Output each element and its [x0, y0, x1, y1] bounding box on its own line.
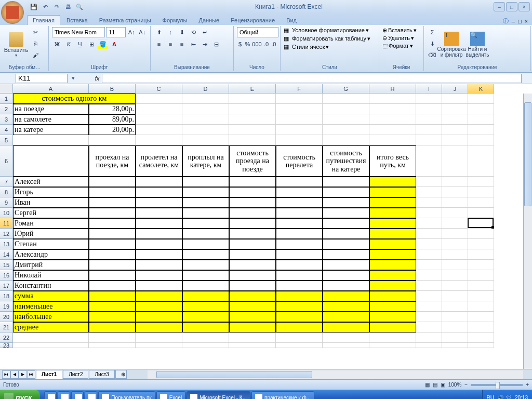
cell-F23[interactable]: [276, 343, 323, 348]
cell-E6[interactable]: стоимость проезда на поезде: [229, 145, 276, 177]
cell-J4[interactable]: [442, 125, 468, 135]
cell-A7[interactable]: Алексей: [13, 177, 89, 187]
clear-button[interactable]: ⌫: [427, 50, 437, 60]
font-size-combo[interactable]: 11: [106, 27, 126, 37]
cell-C9[interactable]: [136, 197, 182, 208]
cell-B20[interactable]: [89, 312, 136, 322]
doc-restore[interactable]: □: [518, 18, 522, 24]
delete-cells-button[interactable]: ⊖ Удалить ▾: [382, 35, 420, 42]
view-pagebreak-button[interactable]: ▣: [441, 382, 445, 388]
col-header-C[interactable]: C: [136, 84, 182, 94]
cell-A19[interactable]: наименьшее: [13, 301, 89, 312]
cell-A21[interactable]: среднее: [13, 322, 89, 332]
cell-D14[interactable]: [182, 249, 229, 260]
cell-J3[interactable]: [442, 114, 468, 125]
cell-G18[interactable]: [323, 291, 369, 301]
cell-I12[interactable]: [416, 229, 442, 239]
qat-redo[interactable]: ↷: [52, 2, 61, 11]
cell-B4[interactable]: 20,00р.: [89, 125, 136, 135]
currency-button[interactable]: $: [237, 39, 243, 49]
cell-J21[interactable]: [442, 322, 468, 332]
cell-D23[interactable]: [182, 343, 229, 348]
cell-I3[interactable]: [416, 114, 442, 125]
cell-J2[interactable]: [442, 104, 468, 114]
comma-button[interactable]: 000: [252, 39, 262, 49]
sheet-tab-1[interactable]: Лист1: [36, 370, 62, 379]
cell-F14[interactable]: [276, 249, 323, 260]
cell-B6[interactable]: проехал на поезде, км: [89, 145, 136, 177]
language-indicator[interactable]: RU: [487, 395, 494, 400]
align-left-button[interactable]: ≡: [154, 39, 164, 49]
cell-C17[interactable]: [136, 281, 182, 291]
cell-K16[interactable]: [468, 270, 494, 281]
cell-H9[interactable]: [369, 197, 416, 208]
find-select-button[interactable]: 🔍 Найти и выделить: [466, 27, 489, 62]
cell-C6[interactable]: пролетел на самолете, км: [136, 145, 182, 177]
cell-A8[interactable]: Игорь: [13, 187, 89, 197]
cell-H5[interactable]: [369, 135, 416, 145]
cell-D4[interactable]: [182, 125, 229, 135]
close-button[interactable]: ×: [518, 2, 530, 11]
cell-J13[interactable]: [442, 239, 468, 249]
cell-H14[interactable]: [369, 249, 416, 260]
cell-B7[interactable]: [89, 177, 136, 187]
cell-H6[interactable]: итого весь путь, км: [369, 145, 416, 177]
fx-button[interactable]: fx: [92, 75, 102, 82]
cell-C21[interactable]: [136, 322, 182, 332]
sheet-tab-2[interactable]: Лист2: [63, 370, 88, 379]
row-header-12[interactable]: 12: [0, 229, 13, 239]
cell-H8[interactable]: [369, 187, 416, 197]
col-header-J[interactable]: J: [442, 84, 468, 94]
cell-G1[interactable]: [323, 94, 369, 104]
col-header-G[interactable]: G: [323, 84, 369, 94]
cell-J23[interactable]: [442, 343, 468, 348]
view-normal-button[interactable]: ▦: [425, 382, 430, 388]
autosum-button[interactable]: Σ: [427, 27, 437, 37]
cell-I9[interactable]: [416, 197, 442, 208]
cell-H18[interactable]: [369, 291, 416, 301]
tab-review[interactable]: Рецензирование: [225, 16, 280, 25]
col-header-E[interactable]: E: [229, 84, 276, 94]
cell-J6[interactable]: [442, 145, 468, 177]
cell-D8[interactable]: [182, 187, 229, 197]
cell-G20[interactable]: [323, 312, 369, 322]
cell-J20[interactable]: [442, 312, 468, 322]
row-header-9[interactable]: 9: [0, 197, 13, 208]
cell-I4[interactable]: [416, 125, 442, 135]
cell-F10[interactable]: [276, 208, 323, 218]
row-header-16[interactable]: 16: [0, 270, 13, 281]
merge-button[interactable]: ⊟: [211, 39, 221, 49]
cell-H10[interactable]: [369, 208, 416, 218]
cut-button[interactable]: ✂: [30, 27, 41, 37]
cell-I11[interactable]: [416, 218, 442, 229]
italic-button[interactable]: К: [63, 39, 74, 49]
format-painter-button[interactable]: 🖌: [30, 50, 41, 60]
cell-K22[interactable]: [468, 332, 494, 343]
cell-K10[interactable]: [468, 208, 494, 218]
cell-G14[interactable]: [323, 249, 369, 260]
qat-print[interactable]: 🖶: [63, 2, 73, 11]
row-header-8[interactable]: 8: [0, 187, 13, 197]
orientation-button[interactable]: ⟲: [188, 27, 198, 37]
cell-C4[interactable]: [136, 125, 182, 135]
cell-F6[interactable]: стоимость перелета: [276, 145, 323, 177]
cell-B8[interactable]: [89, 187, 136, 197]
cell-K21[interactable]: [468, 322, 494, 332]
decrease-decimal-button[interactable]: .0: [271, 39, 277, 49]
cell-B19[interactable]: [89, 301, 136, 312]
cell-I20[interactable]: [416, 312, 442, 322]
col-header-B[interactable]: B: [89, 84, 136, 94]
cell-E23[interactable]: [229, 343, 276, 348]
row-header-15[interactable]: 15: [0, 260, 13, 270]
cell-A3[interactable]: на самолете: [13, 114, 89, 125]
cell-E12[interactable]: [229, 229, 276, 239]
cell-G6[interactable]: стоимость путешествия на катере: [323, 145, 369, 177]
zoom-in-button[interactable]: +: [526, 382, 529, 388]
cell-B3[interactable]: 89,00р.: [89, 114, 136, 125]
cell-H19[interactable]: [369, 301, 416, 312]
number-format-combo[interactable]: Общий: [237, 27, 278, 37]
tab-home[interactable]: Главная: [27, 15, 60, 25]
cell-J11[interactable]: [442, 218, 468, 229]
cell-D16[interactable]: [182, 270, 229, 281]
border-button[interactable]: ⊞: [86, 39, 97, 49]
